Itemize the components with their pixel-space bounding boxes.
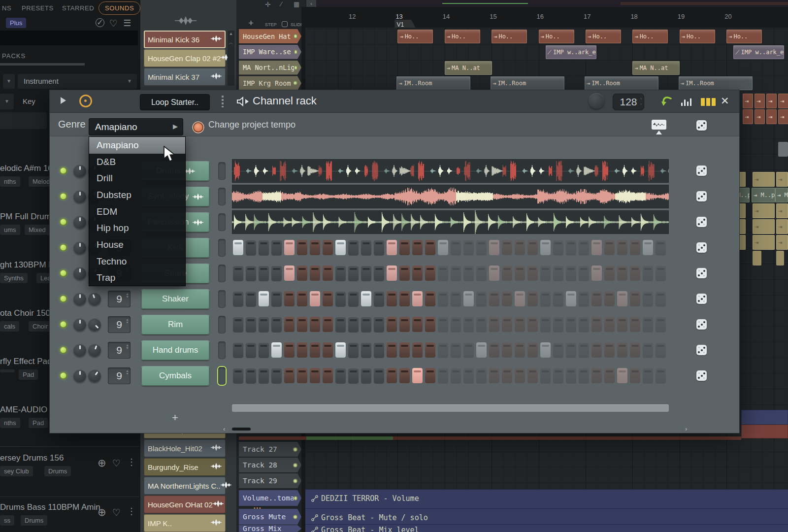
step-26[interactable] <box>553 342 563 358</box>
step-33[interactable] <box>643 266 653 281</box>
step-15[interactable] <box>412 317 423 332</box>
sample-channel[interactable]: IMP K.. <box>144 514 226 532</box>
step-12[interactable] <box>374 291 384 306</box>
step-24[interactable] <box>527 266 538 281</box>
step-9[interactable] <box>335 317 346 332</box>
automation-clip[interactable]: DEDZII TERROR - Volume <box>305 489 788 508</box>
pattern-clip[interactable]: ⇥Ho.. <box>492 30 527 43</box>
step-28[interactable] <box>579 240 589 255</box>
pattern-clip[interactable]: ⇥MA N..at <box>445 61 492 75</box>
mini-clip[interactable]: ⇥ <box>743 109 753 124</box>
undo-icon[interactable] <box>660 96 673 107</box>
filter-caret-box[interactable]: ▼ <box>3 74 15 89</box>
pan-knob[interactable] <box>73 241 86 254</box>
menu-item-house[interactable]: House <box>89 236 185 253</box>
key-caret-box[interactable]: ▼ <box>0 94 14 109</box>
step-20[interactable] <box>476 317 487 332</box>
waveform-display[interactable] <box>232 185 669 208</box>
track-led[interactable] <box>294 496 297 500</box>
step-31[interactable] <box>617 291 627 306</box>
pattern-clip[interactable]: ⟋IMP w..ark_e <box>733 45 784 59</box>
step-7[interactable] <box>310 342 320 358</box>
slip-tool-icon[interactable]: ∕ <box>281 0 282 8</box>
step-6[interactable] <box>297 240 307 255</box>
mini-clip[interactable] <box>739 219 746 234</box>
key-value-box[interactable] <box>0 112 47 129</box>
marker-v1[interactable]: V1 <box>394 20 415 28</box>
channel-enable-led[interactable] <box>60 269 67 277</box>
step-15[interactable] <box>412 240 423 255</box>
step-27[interactable] <box>566 342 576 358</box>
channel-select-pill[interactable] <box>218 265 226 282</box>
step-22[interactable] <box>502 368 512 383</box>
browser-item-title[interactable]: ersey Drums 156 <box>0 453 64 463</box>
step-28[interactable] <box>579 266 589 281</box>
scroll-handle[interactable] <box>232 428 251 431</box>
step-12[interactable] <box>374 342 384 358</box>
step-5[interactable] <box>284 291 295 306</box>
track-header[interactable]: Track 27 <box>239 442 301 457</box>
step-13[interactable] <box>387 291 397 306</box>
mini-clip[interactable]: ⇥ <box>778 109 788 124</box>
step-30[interactable] <box>604 368 615 383</box>
step-17[interactable] <box>438 240 448 255</box>
step-29[interactable] <box>591 317 602 332</box>
menu-item-trap[interactable]: Trap <box>89 270 185 287</box>
step-14[interactable] <box>399 266 410 281</box>
step-11[interactable] <box>361 368 371 383</box>
step-33[interactable] <box>643 368 653 383</box>
step-16[interactable] <box>425 317 435 332</box>
tab-presets[interactable]: PRESETS <box>22 4 54 12</box>
pattern-clip[interactable]: ⇥Ho.. <box>680 30 715 43</box>
step-34[interactable] <box>656 368 666 383</box>
step-14[interactable] <box>399 342 410 358</box>
step-17[interactable] <box>438 291 448 306</box>
step-25[interactable] <box>540 291 551 306</box>
step-34[interactable] <box>656 291 666 306</box>
browser-item-title[interactable]: Drums Bass 110BPM Amin <box>0 502 100 512</box>
swing-amount-box[interactable]: 9▲▼ <box>108 291 131 307</box>
mini-clip[interactable]: ⇥ <box>753 219 775 234</box>
step-14[interactable] <box>399 291 410 306</box>
randomize-icon[interactable] <box>696 217 707 227</box>
pattern-clip[interactable]: ⇥IM..Room <box>491 76 564 90</box>
step-10[interactable] <box>348 368 359 383</box>
track-header[interactable]: IMP Ware..se Hall <box>239 45 301 59</box>
channel-select-pill[interactable] <box>218 213 226 231</box>
step-1[interactable] <box>233 368 243 383</box>
pan-knob[interactable] <box>73 318 86 331</box>
step-8[interactable] <box>323 317 333 332</box>
randomize-icon[interactable] <box>696 319 707 330</box>
step-7[interactable] <box>310 266 320 281</box>
step-3[interactable] <box>259 317 269 332</box>
mini-clip[interactable]: ⇥ <box>766 109 777 124</box>
step-12[interactable] <box>374 240 384 255</box>
step-8[interactable] <box>323 266 333 281</box>
draw-tool-icon[interactable]: ✛ <box>265 0 271 8</box>
channel-rack-titlebar[interactable]: Loop Starter.. Channel rack 128 ›‹ ✕ <box>50 90 739 113</box>
step-5[interactable] <box>284 266 295 281</box>
track-led[interactable] <box>294 50 297 54</box>
mini-clip[interactable]: ⇥ <box>766 94 777 108</box>
heart-icon[interactable]: ♡ <box>112 507 121 518</box>
timeline-ruler[interactable]: 121314151617181920V1 <box>305 7 788 28</box>
step-13[interactable] <box>387 317 397 332</box>
step-7[interactable] <box>310 368 320 383</box>
randomize-icon[interactable] <box>696 294 707 304</box>
step-22[interactable] <box>502 317 512 332</box>
mini-clip[interactable]: ⇥ <box>753 235 775 250</box>
play-icon[interactable] <box>61 97 66 104</box>
pattern-clip[interactable]: ⇥Ho.. <box>397 30 433 43</box>
search-bar[interactable] <box>0 31 138 45</box>
step-33[interactable] <box>643 342 653 358</box>
step-1[interactable] <box>233 240 243 255</box>
graph-editor-icon[interactable] <box>681 98 693 106</box>
step-1[interactable] <box>233 342 243 358</box>
automation-track-header[interactable]: Gross Mix <box>239 525 301 532</box>
kebab-menu-icon[interactable]: ⋮ <box>127 506 136 517</box>
add-circle-icon[interactable]: ⊕ <box>98 506 106 518</box>
swing-amount-box[interactable]: 9▲▼ <box>108 367 131 384</box>
step-32[interactable] <box>630 291 640 306</box>
step-26[interactable] <box>553 317 563 332</box>
step-3[interactable] <box>259 342 269 358</box>
